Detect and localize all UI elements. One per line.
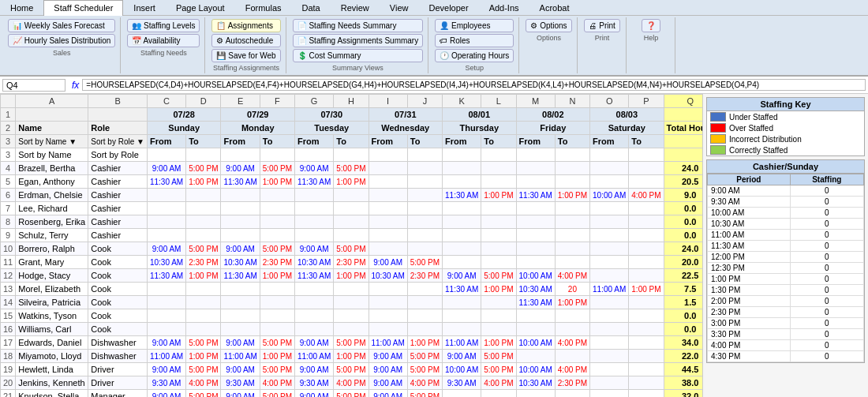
cell-time-3-8[interactable] — [443, 148, 481, 162]
cell-time-19-7[interactable]: 5:00 PM — [407, 363, 442, 376]
cell-time-12-1[interactable]: 1:00 PM — [186, 269, 221, 283]
cell-time-17-10[interactable]: 10:00 AM — [516, 336, 555, 350]
cell-time-10-5[interactable]: 5:00 PM — [334, 242, 369, 256]
cell-q19[interactable]: 44.5 — [664, 363, 702, 376]
cell-time-5-10[interactable] — [516, 175, 555, 189]
cell-time-7-9[interactable] — [481, 202, 516, 215]
cell-time-14-1[interactable] — [186, 296, 221, 309]
col-h-header[interactable]: H — [334, 95, 369, 108]
cell-time-11-2[interactable]: 10:30 AM — [221, 256, 260, 269]
cell-b10[interactable]: Cook — [88, 242, 148, 256]
cell-a1[interactable] — [16, 108, 88, 122]
cell-time-6-0[interactable] — [147, 189, 185, 202]
cell-b20[interactable]: Driver — [88, 376, 148, 390]
cell-reference-input[interactable] — [2, 79, 65, 92]
formula-input[interactable] — [82, 79, 866, 91]
cell-time-6-6[interactable] — [369, 189, 407, 202]
cell-time-16-4[interactable] — [294, 323, 333, 336]
cell-b6[interactable]: Cashier — [88, 189, 148, 202]
cell-b21[interactable]: Manager — [88, 390, 148, 398]
cell-time-13-9[interactable]: 1:00 PM — [481, 283, 516, 296]
cell-b15[interactable]: Cook — [88, 309, 148, 323]
cell-time-17-7[interactable]: 1:00 PM — [407, 336, 442, 350]
cell-a9[interactable]: Schulz, Terry — [16, 229, 88, 242]
cell-time-7-3[interactable] — [260, 202, 294, 215]
cell-time-12-3[interactable]: 1:00 PM — [260, 269, 294, 283]
cell-time-3-6[interactable] — [369, 148, 407, 162]
col-a-header[interactable]: A — [16, 95, 88, 108]
cell-time-16-8[interactable] — [443, 323, 481, 336]
cell-time-16-3[interactable] — [260, 323, 294, 336]
cell-time-3-10[interactable] — [516, 148, 555, 162]
cell-time-12-13[interactable] — [629, 269, 664, 283]
cell-time-21-13[interactable] — [629, 390, 664, 398]
cell-time-10-6[interactable] — [369, 242, 407, 256]
cell-time-3-4[interactable] — [294, 148, 333, 162]
cell-time-21-1[interactable]: 5:00 PM — [186, 390, 221, 398]
cell-a2[interactable]: Name — [16, 122, 88, 135]
cell-time-8-8[interactable] — [443, 215, 481, 229]
cell-time-4-0[interactable]: 9:00 AM — [147, 162, 185, 175]
cell-time-20-0[interactable]: 9:30 AM — [147, 376, 185, 390]
cell-time-6-9[interactable]: 1:00 PM — [481, 189, 516, 202]
cell-time-5-12[interactable] — [590, 175, 629, 189]
cell-time-21-8[interactable] — [443, 390, 481, 398]
cell-time-20-13[interactable] — [629, 376, 664, 390]
tab-formulas[interactable]: Formulas — [235, 0, 292, 15]
cell-time-16-7[interactable] — [407, 323, 442, 336]
cell-q21[interactable]: 32.0 — [664, 390, 702, 398]
cell-q9[interactable]: 0.0 — [664, 229, 702, 242]
cell-time-16-0[interactable] — [147, 323, 185, 336]
cell-time-3-1[interactable] — [186, 148, 221, 162]
cell-b9[interactable]: Cashier — [88, 229, 148, 242]
cell-time-18-9[interactable]: 5:00 PM — [481, 350, 516, 363]
cell-time-19-1[interactable]: 5:00 PM — [186, 363, 221, 376]
cell-time-19-10[interactable]: 10:00 AM — [516, 363, 555, 376]
cell-time-4-4[interactable]: 9:00 AM — [294, 162, 333, 175]
cell-time-6-4[interactable] — [294, 189, 333, 202]
cell-time-14-12[interactable] — [590, 296, 629, 309]
cell-time-5-5[interactable]: 1:00 PM — [334, 175, 369, 189]
cell-b2[interactable]: Role — [88, 122, 148, 135]
cell-time-4-13[interactable] — [629, 162, 664, 175]
col-f-header[interactable]: F — [260, 95, 294, 108]
cell-time-13-1[interactable] — [186, 283, 221, 296]
cell-time-15-10[interactable] — [516, 309, 555, 323]
cell-a11[interactable]: Grant, Mary — [16, 256, 88, 269]
cell-time-7-8[interactable] — [443, 202, 481, 215]
cell-time-15-2[interactable] — [221, 309, 260, 323]
cell-time-13-0[interactable] — [147, 283, 185, 296]
cell-a10[interactable]: Borrero, Ralph — [16, 242, 88, 256]
cell-time-19-8[interactable]: 10:00 AM — [443, 363, 481, 376]
cell-time-12-10[interactable]: 10:00 AM — [516, 269, 555, 283]
cell-time-19-5[interactable]: 5:00 PM — [334, 363, 369, 376]
cell-time-7-10[interactable] — [516, 202, 555, 215]
cell-time-14-4[interactable] — [294, 296, 333, 309]
cell-q6[interactable]: 9.0 — [664, 189, 702, 202]
cell-time-12-5[interactable]: 1:00 PM — [334, 269, 369, 283]
cell-time-17-13[interactable] — [629, 336, 664, 350]
employees-button[interactable]: 👤 Employees — [435, 19, 514, 32]
cell-a19[interactable]: Hewlett, Linda — [16, 363, 88, 376]
cell-time-3-3[interactable] — [260, 148, 294, 162]
cell-time-15-3[interactable] — [260, 309, 294, 323]
cell-time-8-10[interactable] — [516, 215, 555, 229]
cell-time-10-3[interactable]: 5:00 PM — [260, 242, 294, 256]
cell-time-9-8[interactable] — [443, 229, 481, 242]
cell-b3-sort[interactable]: Sort by Role ▼ — [88, 135, 148, 148]
print-button[interactable]: 🖨 Print — [584, 19, 619, 32]
cell-time-7-1[interactable] — [186, 202, 221, 215]
cell-time-16-10[interactable] — [516, 323, 555, 336]
cell-time-15-8[interactable] — [443, 309, 481, 323]
tab-insert[interactable]: Insert — [123, 0, 166, 15]
cell-a3[interactable]: Sort by Name — [16, 148, 88, 162]
cell-time-11-1[interactable]: 2:30 PM — [186, 256, 221, 269]
cell-time-18-2[interactable]: 11:00 AM — [221, 350, 260, 363]
cell-b19[interactable]: Driver — [88, 363, 148, 376]
cell-time-20-9[interactable]: 4:00 PM — [481, 376, 516, 390]
cell-time-18-4[interactable]: 11:00 AM — [294, 350, 333, 363]
cell-time-14-6[interactable] — [369, 296, 407, 309]
cell-time-15-6[interactable] — [369, 309, 407, 323]
cell-a21[interactable]: Knudson, Stella — [16, 390, 88, 398]
cell-time-14-5[interactable] — [334, 296, 369, 309]
